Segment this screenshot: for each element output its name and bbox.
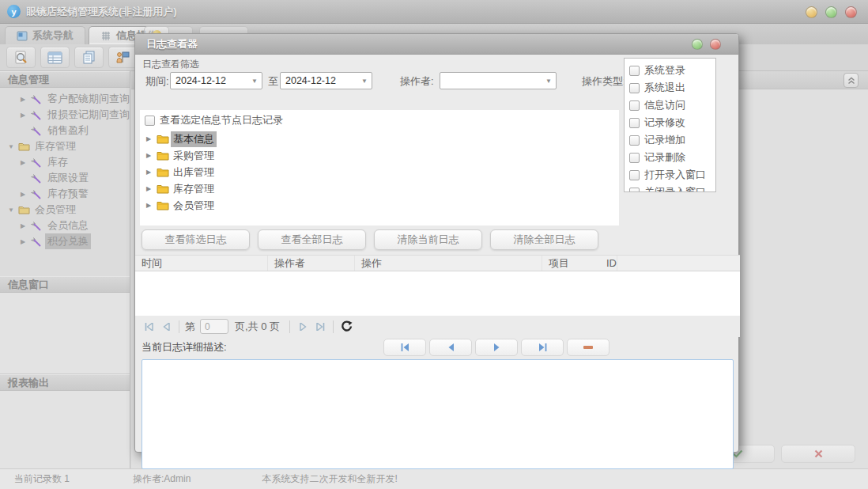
detail-next-button[interactable] (475, 339, 518, 356)
tree-expand-arrow-icon[interactable] (8, 143, 18, 150)
log-table-column-header[interactable]: 时间 (135, 256, 268, 271)
minimize-button[interactable] (806, 6, 817, 18)
operation-type-option-label: 打开录入窗口 (644, 168, 706, 182)
operation-type-option[interactable]: 系统退出 (625, 79, 715, 97)
refresh-button[interactable] (338, 319, 355, 335)
checkbox-icon[interactable] (629, 170, 640, 180)
dialog-maximize-button[interactable] (692, 39, 703, 50)
sidebar-tree-item[interactable]: 库存管理 (0, 138, 130, 154)
checkbox-icon[interactable] (629, 153, 640, 163)
column-header-label: ID (606, 257, 617, 269)
user-report-button[interactable] (108, 47, 138, 68)
log-tree-item[interactable]: 库存管理 (142, 180, 217, 197)
sidebar-tree-item[interactable]: 报损登记期间查询 (0, 107, 130, 123)
chevron-down-icon[interactable]: ▼ (357, 78, 372, 85)
operation-type-option[interactable]: 信息访问 (625, 97, 715, 114)
close-button[interactable] (845, 6, 857, 18)
maximize-button[interactable] (825, 6, 837, 18)
document-icon (82, 51, 96, 64)
log-table-column-header[interactable]: 操作 (355, 256, 542, 271)
tree-expand-arrow-icon[interactable] (21, 159, 31, 166)
sidebar-tree-item[interactable]: 库存预警 (0, 186, 130, 202)
detail-prev-button[interactable] (429, 339, 472, 356)
collapse-panel-button[interactable] (843, 73, 859, 88)
documents-button[interactable] (74, 47, 104, 68)
tree-expand-arrow-icon[interactable] (21, 112, 31, 119)
checkbox-icon[interactable] (629, 135, 640, 146)
checkbox-icon[interactable] (629, 83, 640, 93)
operator-dropdown[interactable]: ▼ (440, 72, 557, 89)
tree-expand-arrow-icon[interactable] (146, 135, 157, 142)
sidebar-tree-item[interactable]: 积分兑换 (0, 233, 130, 249)
checkbox-icon[interactable] (629, 188, 640, 193)
tree-expand-arrow-icon[interactable] (8, 207, 18, 214)
sidebar-tree-item[interactable]: 会员管理 (0, 202, 130, 218)
dialog-title: 日志查看器 (146, 37, 198, 51)
period-from-dropdown[interactable]: 2024-12-12 ▼ (170, 72, 262, 89)
next-page-button[interactable] (294, 319, 311, 335)
chevron-down-icon[interactable]: ▼ (542, 78, 556, 85)
operation-type-option[interactable]: 记录删除 (625, 149, 715, 166)
search-preview-button[interactable] (6, 47, 36, 68)
checkbox-icon[interactable] (145, 116, 155, 126)
tree-expand-arrow-icon[interactable] (21, 96, 31, 103)
operation-type-option-label: 系统退出 (644, 81, 685, 95)
node-filter-checkbox-row[interactable]: 查看选定信息节点日志记录 (145, 113, 283, 127)
checkbox-icon[interactable] (629, 66, 640, 76)
dialog-action-button[interactable]: 清除当前日志 (374, 229, 482, 250)
sidebar-tree-item[interactable]: 库存 (0, 154, 130, 170)
tree-expand-arrow-icon[interactable] (146, 185, 157, 192)
dialog-action-button[interactable]: 查看全部日志 (258, 229, 366, 250)
log-table-column-header[interactable]: 项目 (542, 256, 600, 271)
log-table-body[interactable] (135, 271, 740, 316)
period-to-dropdown[interactable]: 2024-12-12 ▼ (280, 72, 372, 89)
sidebar-tree-item[interactable]: 底限设置 (0, 170, 130, 186)
main-titlebar: y 眼镜店经销管理系统(非注册用户) (0, 0, 868, 24)
log-table-header: 时间 操作者 操作 项目 ID (135, 255, 740, 271)
tree-item-icon (31, 237, 45, 247)
first-icon (401, 343, 409, 351)
sidebar-tree-item[interactable]: 客户配镜期间查询 (0, 91, 130, 107)
log-tree-item[interactable]: 会员管理 (142, 197, 217, 214)
ribbon-tab[interactable]: 系统导航 (5, 26, 85, 44)
tree-expand-arrow-icon[interactable] (146, 152, 157, 159)
data-table-button[interactable] (40, 47, 70, 68)
log-table-column-header[interactable]: 操作者 (268, 256, 355, 271)
log-table-column-header[interactable]: ID (600, 256, 617, 271)
sidebar-tree-item[interactable]: 会员信息 (0, 218, 130, 233)
dialog-action-button[interactable]: 查看筛选日志 (142, 229, 250, 250)
operation-type-option[interactable]: 打开录入窗口 (625, 166, 715, 184)
dialog-action-button[interactable]: 清除全部日志 (490, 229, 598, 250)
page-number-input[interactable] (200, 319, 228, 334)
sidebar-tree-item[interactable]: 销售盈利 (0, 123, 130, 138)
tree-expand-arrow-icon[interactable] (21, 222, 31, 229)
prev-page-button[interactable] (157, 319, 175, 335)
tree-expand-arrow-icon[interactable] (21, 191, 31, 198)
detail-delete-button[interactable] (567, 339, 609, 356)
operation-type-option-label: 记录修改 (644, 116, 685, 130)
log-tree-item[interactable]: 基本信息 (142, 131, 217, 147)
tab-icon (100, 31, 111, 41)
log-tree-item[interactable]: 出库管理 (142, 164, 217, 180)
operation-type-option[interactable]: 关闭录入窗口 (625, 184, 715, 192)
tree-expand-arrow-icon[interactable] (146, 202, 157, 209)
operation-type-option[interactable]: 记录修改 (625, 114, 715, 131)
detail-first-button[interactable] (383, 339, 426, 356)
detail-textarea[interactable] (142, 359, 734, 469)
operation-type-option[interactable]: 记录增加 (625, 131, 715, 149)
checkbox-icon[interactable] (629, 100, 640, 111)
confirm-cancel-button[interactable] (781, 445, 855, 463)
detail-last-button[interactable] (521, 339, 564, 356)
first-page-button[interactable] (140, 319, 157, 335)
tree-item-label: 积分兑换 (45, 233, 91, 249)
tree-expand-arrow-icon[interactable] (146, 169, 157, 176)
chevron-down-icon[interactable]: ▼ (247, 78, 262, 85)
tree-expand-arrow-icon[interactable] (21, 238, 31, 245)
operation-type-option[interactable]: 系统登录 (625, 62, 715, 79)
dialog-close-button[interactable] (710, 39, 721, 50)
column-header-label: 项目 (549, 256, 569, 271)
log-tree-item[interactable]: 采购管理 (142, 147, 217, 164)
last-page-button[interactable] (311, 319, 329, 335)
tree-item-label: 库存管理 (32, 138, 78, 154)
checkbox-icon[interactable] (629, 118, 640, 128)
